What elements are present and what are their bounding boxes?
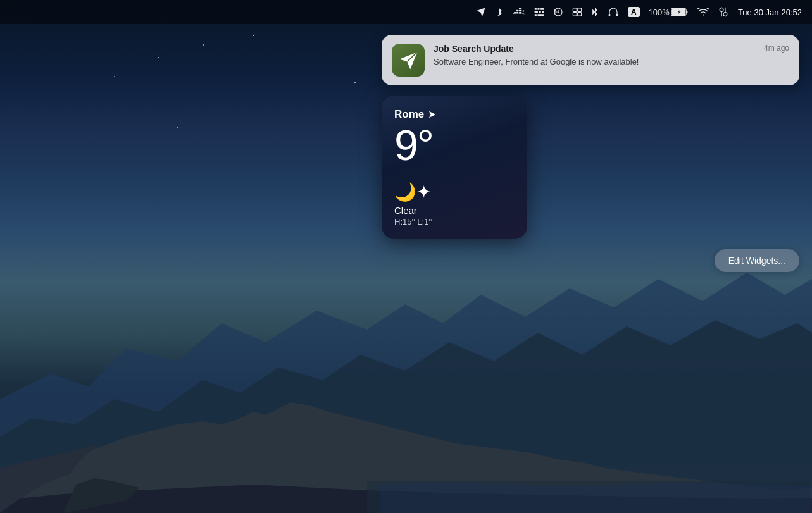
- svg-rect-11: [519, 10, 521, 11]
- notification-app-icon: [392, 44, 425, 77]
- weather-temperature: 9°: [394, 123, 515, 166]
- notification-header: Job Search Update 4m ago: [434, 44, 789, 54]
- weather-condition-icon: 🌙✦: [394, 182, 515, 202]
- time-machine-icon[interactable]: [553, 7, 563, 17]
- svg-rect-21: [537, 14, 544, 16]
- notification-content: Job Search Update 4m ago Software Engine…: [434, 44, 789, 68]
- menubar-time: 20:52: [781, 8, 802, 17]
- svg-rect-12: [519, 8, 521, 9]
- weather-location: Rome: [394, 108, 515, 121]
- control-center-icon[interactable]: [718, 7, 729, 17]
- docker-icon[interactable]: [513, 7, 525, 17]
- svg-point-13: [523, 10, 524, 11]
- notification-area: Job Search Update 4m ago Software Engine…: [369, 35, 799, 272]
- svg-point-32: [720, 8, 723, 11]
- keyboard-lang-icon[interactable]: A: [628, 7, 640, 17]
- weather-widget[interactable]: Rome 9° 🌙✦ Clear H:15° L:1°: [382, 96, 527, 239]
- svg-rect-26: [578, 13, 582, 16]
- keyboard-maestro-icon[interactable]: [534, 7, 544, 17]
- svg-rect-25: [573, 13, 577, 16]
- job-search-notification[interactable]: Job Search Update 4m ago Software Engine…: [382, 35, 799, 85]
- headphones-icon[interactable]: [608, 7, 619, 17]
- svg-rect-17: [535, 11, 538, 13]
- bluetooth-extra-icon[interactable]: [495, 7, 504, 17]
- svg-rect-30: [686, 11, 687, 14]
- svg-rect-14: [535, 8, 537, 10]
- svg-marker-40: [429, 111, 436, 118]
- location-arrow-icon: [428, 110, 437, 119]
- weather-condition-text: Clear: [394, 205, 515, 216]
- svg-rect-27: [609, 14, 611, 16]
- keyboard-lang-label: A: [628, 7, 640, 17]
- menubar: A 100%: [0, 0, 812, 24]
- menubar-datetime[interactable]: Tue 30 Jan 20:52: [738, 8, 802, 17]
- bluetooth-icon[interactable]: [591, 6, 599, 18]
- svg-rect-28: [616, 14, 618, 16]
- battery-status[interactable]: 100%: [649, 8, 689, 17]
- svg-rect-23: [573, 8, 577, 11]
- svg-rect-10: [516, 10, 518, 11]
- battery-percent-text: 100%: [649, 8, 670, 17]
- svg-marker-6: [477, 8, 485, 16]
- window-manager-icon[interactable]: [572, 7, 582, 17]
- weather-high-low: H:15° L:1°: [394, 217, 515, 226]
- notification-body: Software Engineer, Frontend at Google is…: [434, 56, 789, 68]
- svg-rect-15: [537, 8, 539, 10]
- svg-point-33: [723, 13, 727, 16]
- menubar-system-icons: A 100%: [476, 6, 802, 18]
- svg-rect-19: [542, 11, 544, 13]
- notification-title: Job Search Update: [434, 44, 514, 54]
- direct-mail-icon[interactable]: [476, 7, 486, 17]
- edit-widgets-button[interactable]: Edit Widgets...: [715, 249, 799, 272]
- svg-rect-24: [578, 8, 582, 11]
- menubar-date: Tue 30 Jan: [738, 8, 779, 17]
- wifi-icon[interactable]: [697, 8, 709, 16]
- svg-rect-16: [540, 8, 544, 10]
- svg-rect-18: [539, 11, 540, 13]
- notification-time: 4m ago: [764, 44, 789, 53]
- svg-rect-20: [535, 14, 537, 16]
